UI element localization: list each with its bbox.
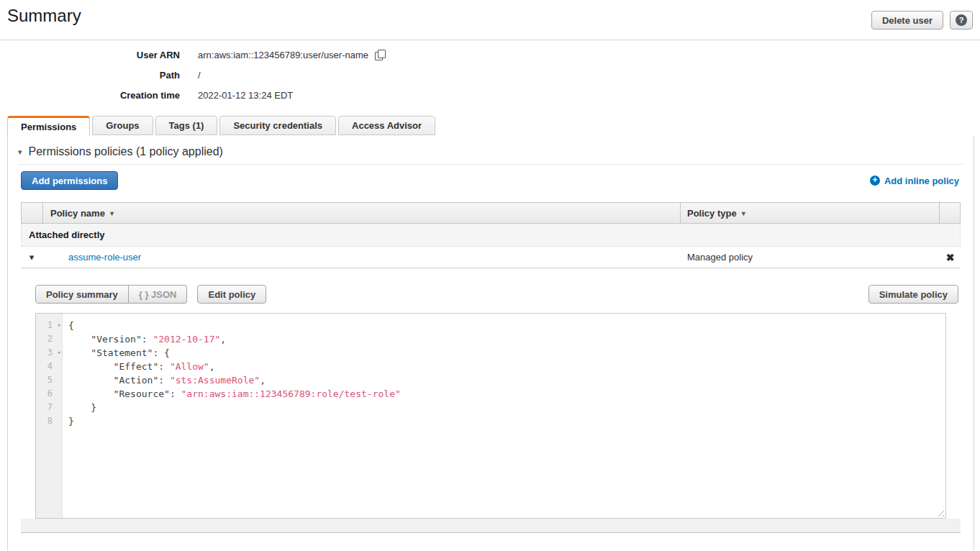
table-row: ▾ assume-role-user Managed policy ✖ bbox=[21, 247, 961, 268]
policies-table: Policy name ▾ Policy type ▾ Attached dir… bbox=[21, 202, 961, 268]
code-line: "Action": "sts:AssumeRole", bbox=[68, 373, 945, 387]
fold-caret-icon[interactable]: ▾ bbox=[58, 319, 61, 332]
line-number: 1▾ bbox=[36, 319, 62, 332]
table-header-row: Policy name ▾ Policy type ▾ bbox=[21, 202, 961, 224]
user-arn-text: arn:aws:iam::123456789:user/user-name bbox=[198, 50, 368, 60]
add-inline-policy-link[interactable]: + Add inline policy bbox=[870, 176, 959, 186]
creation-time-label: Creation time bbox=[0, 90, 180, 101]
json-view-button[interactable]: { } JSON bbox=[129, 285, 188, 304]
line-number: 4 bbox=[36, 360, 62, 373]
section-heading: Permissions policies (1 policy applied) bbox=[29, 145, 223, 158]
sort-caret-icon: ▾ bbox=[110, 209, 114, 217]
table-footer-strip bbox=[21, 519, 961, 533]
policy-type-cell: Managed policy bbox=[681, 252, 940, 263]
line-number: 5 bbox=[36, 373, 62, 387]
edit-policy-button[interactable]: Edit policy bbox=[197, 285, 266, 304]
header-actions-cell bbox=[939, 203, 960, 223]
permissions-policies-section-toggle[interactable]: ▾ Permissions policies (1 policy applied… bbox=[18, 145, 974, 158]
user-arn-value: arn:aws:iam::123456789:user/user-name bbox=[198, 50, 386, 60]
help-button[interactable]: ? bbox=[950, 11, 973, 29]
tab-access-advisor[interactable]: Access Advisor bbox=[338, 116, 435, 135]
policy-name-header-label: Policy name bbox=[50, 208, 105, 219]
json-editor[interactable]: 1▾23▾45678 { "Version": "2012-10-17", "S… bbox=[35, 313, 946, 519]
creation-time-value: 2022-01-12 13:24 EDT bbox=[198, 90, 293, 101]
expanded-policy-detail: Policy summary { } JSON Edit policy Simu… bbox=[21, 285, 961, 519]
header-actions: Delete user ? bbox=[871, 11, 973, 29]
header-spacer-cell bbox=[22, 203, 43, 223]
policy-type-header-label: Policy type bbox=[687, 208, 737, 219]
add-permissions-button[interactable]: Add permissions bbox=[21, 171, 118, 190]
tab-permissions[interactable]: Permissions bbox=[7, 116, 90, 136]
fold-caret-icon[interactable]: ▾ bbox=[58, 346, 61, 360]
line-number: 7 bbox=[36, 401, 62, 414]
code-line: "Version": "2012-10-17", bbox=[68, 332, 945, 346]
code-line: { bbox=[68, 319, 945, 332]
question-mark-icon: ? bbox=[956, 14, 967, 26]
sort-caret-icon: ▾ bbox=[742, 209, 745, 217]
user-info: User ARN arn:aws:iam::123456789:user/use… bbox=[0, 45, 386, 105]
code-line: } bbox=[68, 401, 945, 414]
detach-policy-cell: ✖ bbox=[940, 252, 961, 263]
line-number: 3▾ bbox=[36, 346, 62, 360]
code-line: "Statement": { bbox=[68, 346, 945, 360]
remove-x-icon[interactable]: ✖ bbox=[946, 252, 955, 263]
plus-circle-icon: + bbox=[870, 176, 880, 186]
field-row-user-arn: User ARN arn:aws:iam::123456789:user/use… bbox=[0, 45, 386, 65]
permissions-tab-panel: ▾ Permissions policies (1 policy applied… bbox=[7, 135, 974, 551]
line-number: 2 bbox=[36, 332, 62, 346]
policy-view-buttons: Policy summary { } JSON Edit policy Simu… bbox=[35, 285, 961, 304]
page-title: Summary bbox=[7, 6, 81, 26]
tab-strip: Permissions Groups Tags (1) Security cre… bbox=[7, 116, 435, 135]
view-toggle-group: Policy summary { } JSON bbox=[35, 285, 187, 304]
tab-groups[interactable]: Groups bbox=[92, 116, 153, 135]
path-label: Path bbox=[0, 70, 180, 81]
code-line: "Effect": "Allow", bbox=[68, 360, 945, 373]
user-arn-label: User ARN bbox=[0, 50, 180, 60]
path-value: / bbox=[198, 70, 201, 81]
field-row-path: Path / bbox=[0, 65, 386, 85]
policy-actions-row: Add permissions + Add inline policy bbox=[21, 171, 959, 190]
copy-icon[interactable] bbox=[375, 50, 386, 60]
editor-gutter: 1▾23▾45678 bbox=[36, 314, 63, 518]
policy-name-link[interactable]: assume-role-user bbox=[68, 252, 141, 263]
policy-name-cell: assume-role-user bbox=[42, 252, 681, 263]
chevron-down-icon: ▾ bbox=[18, 147, 22, 157]
tab-tags[interactable]: Tags (1) bbox=[155, 116, 218, 135]
column-header-policy-name[interactable]: Policy name ▾ bbox=[43, 203, 680, 223]
group-row-attached-directly: Attached directly bbox=[21, 224, 961, 247]
add-inline-policy-label: Add inline policy bbox=[884, 176, 959, 186]
tab-security-credentials[interactable]: Security credentials bbox=[219, 116, 336, 135]
field-row-creation-time: Creation time 2022-01-12 13:24 EDT bbox=[0, 85, 386, 105]
column-header-policy-type[interactable]: Policy type ▾ bbox=[680, 203, 939, 223]
simulate-policy-button[interactable]: Simulate policy bbox=[868, 285, 958, 304]
divider bbox=[18, 164, 963, 165]
line-number: 6 bbox=[36, 387, 62, 401]
row-expand-caret[interactable]: ▾ bbox=[21, 252, 42, 263]
page-header: Summary Delete user ? bbox=[0, 0, 980, 40]
code-line: "Resource": "arn:aws:iam::123456789:role… bbox=[68, 387, 945, 401]
editor-code-area: { "Version": "2012-10-17", "Statement": … bbox=[63, 314, 945, 518]
policy-summary-button[interactable]: Policy summary bbox=[35, 285, 129, 304]
line-number: 8 bbox=[36, 414, 62, 428]
delete-user-button[interactable]: Delete user bbox=[871, 11, 943, 29]
code-line: } bbox=[68, 414, 945, 428]
